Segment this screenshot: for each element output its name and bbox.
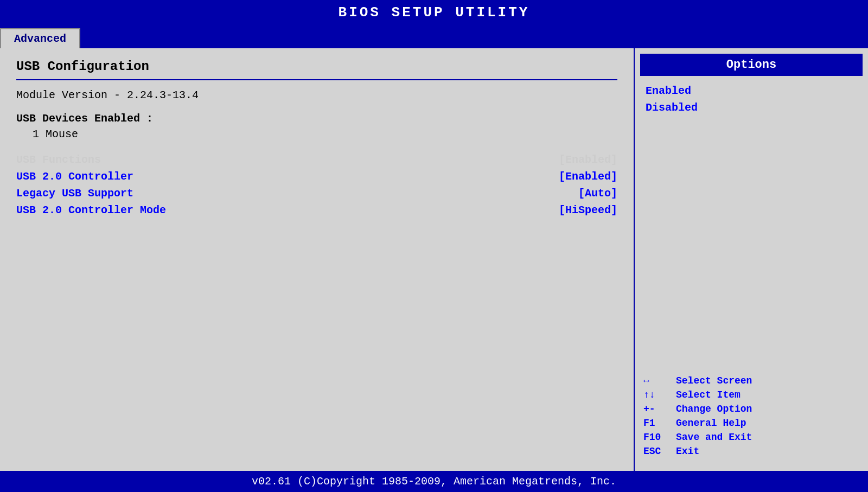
key-exit: ESC Exit — [643, 446, 859, 457]
key-arrows-lr: ↔ — [643, 375, 676, 386]
usb-devices-value: 1 Mouse — [33, 128, 617, 140]
key-select-item-label: Select Item — [676, 389, 741, 400]
tab-bar: Advanced — [0, 25, 868, 48]
usb-functions-label: USB Functions — [16, 154, 101, 166]
copyright-text: v02.61 (C)Copyright 1985-2009, American … — [252, 475, 616, 488]
key-f1: F1 — [643, 418, 676, 429]
usb-controller-mode-label: USB 2.0 Controller Mode — [16, 204, 166, 216]
menu-item-usb-functions[interactable]: USB Functions [Enabled] — [16, 154, 617, 166]
key-esc: ESC — [643, 446, 676, 457]
option-enabled[interactable]: Enabled — [646, 85, 857, 97]
section-title: USB Configuration — [16, 59, 617, 74]
divider — [16, 79, 617, 80]
key-plus-minus: +- — [643, 404, 676, 414]
options-header: Options — [640, 54, 863, 76]
options-list: Enabled Disabled — [635, 76, 868, 370]
usb-controller-mode-value: [HiSpeed] — [559, 204, 617, 216]
menu-item-usb-controller[interactable]: USB 2.0 Controller [Enabled] — [16, 170, 617, 183]
usb-controller-label: USB 2.0 Controller — [16, 170, 133, 183]
key-save-exit-label: Save and Exit — [676, 432, 752, 443]
key-arrows-ud: ↑↓ — [643, 389, 676, 400]
title-bar: BIOS SETUP UTILITY — [0, 0, 868, 25]
main-content: USB Configuration Module Version - 2.24.… — [0, 48, 868, 471]
key-select-screen-label: Select Screen — [676, 375, 752, 386]
key-exit-label: Exit — [676, 446, 699, 457]
usb-devices-label: USB Devices Enabled : — [16, 112, 617, 125]
key-change-option: +- Change Option — [643, 404, 859, 414]
key-select-screen: ↔ Select Screen — [643, 375, 859, 386]
bios-title: BIOS SETUP UTILITY — [339, 4, 530, 21]
tab-advanced[interactable]: Advanced — [0, 28, 80, 48]
key-save-exit: F10 Save and Exit — [643, 432, 859, 443]
key-help: ↔ Select Screen ↑↓ Select Item +- Change… — [635, 370, 868, 471]
menu-item-legacy-usb[interactable]: Legacy USB Support [Auto] — [16, 187, 617, 200]
module-version: Module Version - 2.24.3-13.4 — [16, 89, 617, 101]
key-select-item: ↑↓ Select Item — [643, 389, 859, 400]
right-panel: Options Enabled Disabled ↔ Select Screen… — [635, 48, 868, 471]
legacy-usb-label: Legacy USB Support — [16, 187, 133, 200]
key-f10: F10 — [643, 432, 676, 443]
usb-functions-value: [Enabled] — [559, 154, 617, 166]
key-general-help-label: General Help — [676, 418, 746, 429]
bios-screen: BIOS SETUP UTILITY Advanced USB Configur… — [0, 0, 868, 492]
key-change-option-label: Change Option — [676, 404, 752, 414]
menu-item-usb-controller-mode[interactable]: USB 2.0 Controller Mode [HiSpeed] — [16, 204, 617, 216]
key-general-help: F1 General Help — [643, 418, 859, 429]
usb-controller-value: [Enabled] — [559, 170, 617, 183]
left-panel: USB Configuration Module Version - 2.24.… — [0, 48, 635, 471]
legacy-usb-value: [Auto] — [578, 187, 617, 200]
option-disabled[interactable]: Disabled — [646, 101, 857, 114]
status-bar: v02.61 (C)Copyright 1985-2009, American … — [0, 471, 868, 492]
